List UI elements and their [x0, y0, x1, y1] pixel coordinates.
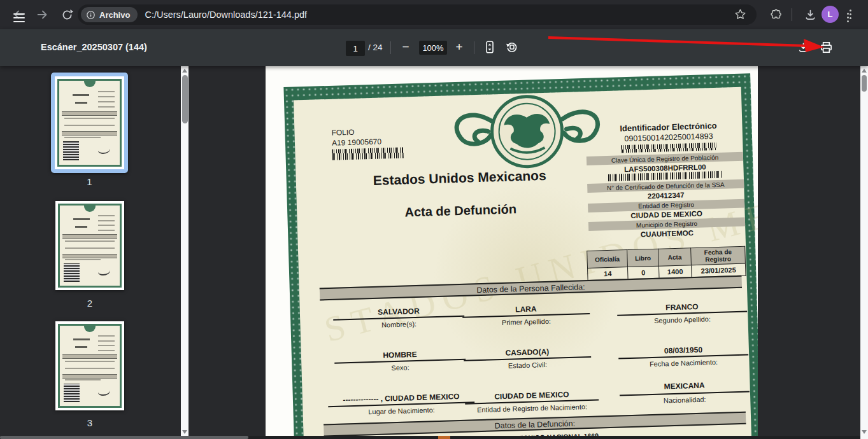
mini-certificate: [57, 79, 122, 167]
mini-certificate: [58, 324, 122, 408]
avatar: L: [822, 6, 839, 23]
plus-icon: +: [455, 40, 462, 54]
browser-toolbar: Archivo C:/Users/Lauro/Downloads/121-144…: [0, 0, 868, 29]
thumbnail-label-1: 1: [51, 176, 128, 187]
field-segundo-apellido: FRANCO Segundo Apellido:: [617, 301, 748, 326]
page-scroll-down-arrow[interactable]: [862, 430, 867, 434]
scrollbar-orange-marker: [438, 436, 450, 439]
folio-block: FOLIO A19 19005670: [331, 126, 421, 160]
downloads-button[interactable]: [800, 5, 820, 24]
star-icon: [734, 8, 747, 21]
field-sexo: HOMBRE Sexo:: [334, 349, 466, 373]
horizontal-scrollbar-track[interactable]: [0, 436, 860, 439]
page-scrollbar-track[interactable]: [860, 66, 868, 439]
bookmark-button[interactable]: [734, 8, 747, 21]
field-lugar-nacimiento: -------------- , CIUDAD DE MEXICO Lugar …: [328, 391, 475, 417]
pdf-download-button[interactable]: [795, 39, 811, 55]
zoom-level-display: 100%: [419, 41, 447, 55]
field-entidad-nacimiento: CIUDAD DE MEXICO Entidad de Registro de …: [465, 389, 599, 414]
rotate-ccw-icon: [505, 40, 519, 54]
browser-menu-button[interactable]: [850, 10, 851, 19]
puzzle-icon: [769, 8, 783, 22]
thumbnail-page-3[interactable]: [55, 321, 124, 410]
field-estado-civil: CASADO(A) Estado Civil:: [464, 346, 592, 371]
thumbnail-sidebar: 1 2: [0, 66, 189, 439]
electronic-id-barcode: [621, 143, 716, 153]
forward-button[interactable]: [33, 5, 52, 24]
pdf-viewer: STADOS UNIDOS MEXICAN FOLIO A19 19005670: [189, 66, 860, 439]
folio-label: FOLIO: [331, 126, 420, 137]
thumbnail-label-3: 3: [55, 417, 124, 428]
hamburger-icon: [13, 13, 25, 15]
zoom-out-button[interactable]: −: [397, 39, 414, 55]
certificate-border: STADOS UNIDOS MEXICAN FOLIO A19 19005670: [283, 73, 758, 439]
pdf-more-button[interactable]: [847, 13, 849, 22]
more-vert-icon: [850, 10, 851, 11]
rotate-button[interactable]: [504, 39, 520, 55]
reload-icon: [60, 8, 74, 22]
thumbnail-page-1[interactable]: [51, 73, 128, 173]
browser-window: Archivo C:/Users/Lauro/Downloads/121-144…: [0, 0, 868, 439]
forward-arrow-icon: [36, 8, 50, 22]
page-count-label: / 24: [368, 43, 383, 52]
horizontal-scrollbar-thumb[interactable]: [0, 436, 248, 439]
field-nombre: SALVADOR Nombre(s):: [333, 305, 465, 330]
certificate-body: STADOS UNIDOS MEXICAN FOLIO A19 19005670: [294, 87, 753, 439]
pdf-page[interactable]: STADOS UNIDOS MEXICAN FOLIO A19 19005670: [266, 66, 758, 439]
registry-column: Clave Única de Registro de Población LAF…: [587, 152, 746, 240]
folio-barcode: [332, 147, 403, 160]
info-icon: [86, 10, 96, 20]
minus-icon: −: [402, 40, 409, 54]
profile-avatar[interactable]: L: [822, 6, 839, 23]
field-fecha-nacimiento: 08/03/1950 Fecha de Nacimiento:: [618, 344, 749, 369]
print-button[interactable]: [818, 39, 834, 55]
file-chip-label: Archivo: [99, 10, 130, 20]
section-death-bar: Datos de la Defunción:: [324, 412, 746, 437]
pdf-toolbar-divider: [390, 41, 391, 54]
field-nacionalidad: MEXICANA Nacionalidad:: [619, 380, 750, 406]
field-primer-apellido: LARA Primer Apellido:: [462, 303, 590, 328]
print-icon: [819, 40, 834, 55]
fit-page-icon: [483, 40, 496, 54]
sidebar-scroll-up-arrow[interactable]: [182, 69, 187, 73]
page-scroll-up-arrow[interactable]: [862, 69, 867, 73]
file-scheme-chip[interactable]: Archivo: [81, 7, 138, 22]
thumbnail-label-2: 2: [55, 298, 124, 309]
toolbar-divider: [792, 8, 792, 21]
sidebar-scrollbar-thumb[interactable]: [182, 75, 188, 123]
pdf-menu-button[interactable]: [13, 13, 25, 22]
pdf-toolbar-divider-2: [474, 41, 474, 54]
sidebar-scroll-down-arrow[interactable]: [182, 430, 187, 434]
pdf-document-title: Escáner_20250307 (144): [41, 42, 147, 52]
url-text: C:/Users/Lauro/Downloads/121-144.pdf: [145, 10, 307, 20]
download-icon: [804, 8, 817, 22]
reload-button[interactable]: [57, 5, 76, 24]
electronic-id-block: Identificador Electrónico 09015001420250…: [588, 120, 748, 153]
address-bar[interactable]: Archivo C:/Users/Lauro/Downloads/121-144…: [78, 4, 757, 25]
pdf-download-icon: [797, 41, 810, 54]
page-scrollbar-thumb[interactable]: [862, 75, 867, 92]
thumbnail-page-2[interactable]: [55, 201, 124, 290]
zoom-in-button[interactable]: +: [451, 39, 467, 55]
mini-certificate: [58, 204, 122, 288]
pdf-more-vert-icon: [847, 13, 849, 15]
folio-value: A19 19005670: [332, 136, 421, 148]
fit-to-page-button[interactable]: [481, 39, 498, 55]
page-number-input[interactable]: [346, 41, 365, 56]
pdf-toolbar: Escáner_20250307 (144) / 24 − 100% +: [0, 29, 868, 66]
extensions-button[interactable]: [766, 5, 785, 24]
